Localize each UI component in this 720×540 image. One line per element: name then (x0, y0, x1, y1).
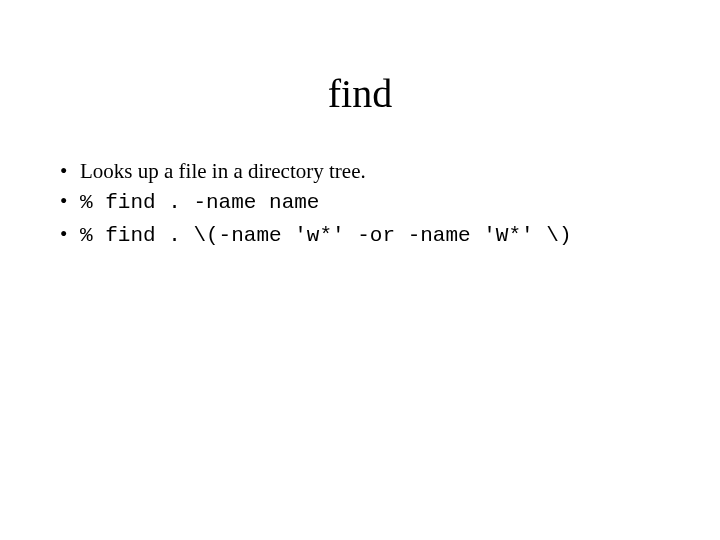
bullet-text: % find . \(-name 'w*' -or -name 'W*' \) (80, 224, 571, 247)
bullet-text: % find . -name name (80, 191, 319, 214)
list-item: % find . -name name (60, 187, 720, 217)
list-item: % find . \(-name 'w*' -or -name 'W*' \) (60, 220, 720, 250)
list-item: Looks up a file in a directory tree. (60, 157, 720, 185)
bullet-text: Looks up a file in a directory tree. (80, 159, 366, 183)
slide-title: find (0, 70, 720, 117)
bullet-list: Looks up a file in a directory tree. % f… (60, 157, 720, 250)
slide: find Looks up a file in a directory tree… (0, 70, 720, 540)
